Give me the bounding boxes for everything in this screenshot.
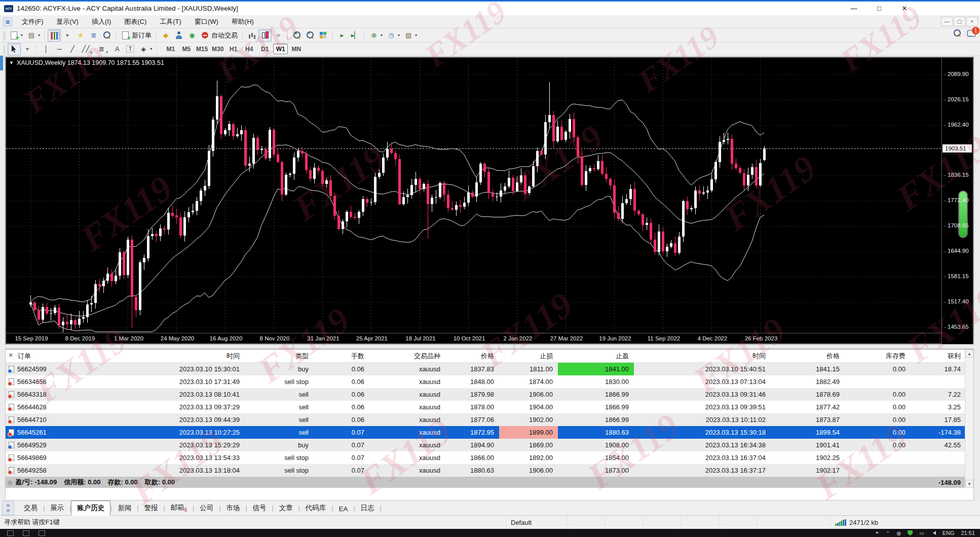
menu-item[interactable]: 显示(V) — [50, 16, 85, 28]
column-header-订单[interactable]: 订单 — [6, 352, 100, 361]
column-header-库存费[interactable]: 库存费 — [845, 352, 911, 361]
toolbar-grip[interactable] — [3, 31, 6, 40]
data-window-button[interactable] — [100, 29, 114, 42]
tab-EA[interactable]: EA — [333, 503, 353, 515]
history-row[interactable]: 566492582023.03.13 13:18:04sell stop0.07… — [6, 464, 966, 477]
dropdown-caret-icon[interactable]: ▾ — [38, 33, 40, 37]
column-header-时间[interactable]: 时间 — [634, 352, 771, 361]
history-row[interactable]: 566498692023.03.13 13:54:33sell stop0.07… — [6, 451, 966, 464]
candlestick-chart[interactable] — [6, 58, 941, 333]
dropdown-caret-icon[interactable]: ▾ — [415, 33, 417, 37]
timeframe-mn[interactable]: MN — [289, 44, 304, 54]
menu-item[interactable]: 插入(I) — [85, 16, 118, 28]
column-header-类型[interactable]: 类型 — [245, 352, 314, 361]
child-minimize-button[interactable]: — — [941, 17, 953, 26]
minimize-button[interactable]: — — [841, 2, 866, 15]
close-button[interactable]: ✕ — [892, 2, 917, 15]
timeframe-m30[interactable]: M30 — [210, 44, 225, 54]
cursor-button[interactable] — [8, 43, 21, 55]
menu-item[interactable]: 帮助(H) — [225, 16, 260, 28]
auto-scroll-button[interactable]: ▸ — [335, 29, 349, 42]
scroll-down-arrow[interactable]: ▼ — [965, 480, 973, 488]
maximize-button[interactable]: □ — [866, 2, 892, 15]
new-chart-button[interactable]: ▾ — [8, 29, 25, 42]
column-header-手数[interactable]: 手数 — [314, 352, 369, 361]
horizontal-line-button[interactable]: ─ — [53, 43, 66, 55]
tray-expand-icon[interactable]: ⌃ — [886, 530, 890, 536]
periods-menu-button[interactable]: ◷▾ — [385, 29, 402, 42]
dock-grip[interactable]: ▤▤ — [2, 501, 14, 515]
taskbar-app-icon[interactable] — [39, 530, 45, 536]
dropdown-caret-icon[interactable]: ▾ — [381, 33, 383, 37]
indicator-list-button[interactable]: ◆ — [159, 29, 172, 42]
tab-公司[interactable]: 公司 — [194, 501, 219, 515]
crosshair-mode-button[interactable]: + — [61, 29, 74, 42]
people-icon[interactable]: ꔹ — [875, 530, 879, 536]
history-row[interactable]: 566433182023.03.13 08:10:41sell0.06xauus… — [6, 388, 966, 401]
history-row[interactable]: 566447102023.03.13 09:44:39sell0.06xauus… — [6, 413, 966, 426]
monitor-icon[interactable]: ▭ — [919, 530, 924, 536]
line-chart-mode-button[interactable]: ≈ — [272, 29, 285, 42]
bar-chart-mode-button[interactable] — [245, 29, 258, 42]
tab-市场[interactable]: 市场 — [220, 501, 245, 515]
dropdown-caret-icon[interactable]: ▾ — [398, 33, 400, 37]
taskbar-app-icon[interactable] — [7, 530, 14, 536]
toolbar-grip[interactable] — [3, 45, 6, 54]
crosshair-tool-button[interactable]: + — [21, 43, 34, 55]
vertical-line-button[interactable]: │ — [40, 43, 53, 55]
tab-文章[interactable]: 文章 — [274, 501, 298, 515]
menu-item[interactable]: 工具(T) — [153, 16, 188, 28]
menu-item[interactable]: 文件(F) — [15, 16, 50, 28]
scroll-up-arrow[interactable]: ▲ — [965, 350, 973, 358]
zoom-out-button[interactable]: − — [304, 29, 317, 42]
column-header-止损[interactable]: 止损 — [499, 352, 558, 361]
dropdown-caret-icon[interactable]: ▾ — [21, 33, 23, 37]
equidistant-channel-button[interactable]: ╱╱E — [79, 43, 95, 55]
column-header-获利[interactable]: 获利 — [911, 352, 966, 361]
new-order-button[interactable]: 新订单 — [119, 29, 154, 42]
expert-advisors-button[interactable] — [172, 29, 185, 42]
arrows-tool-button[interactable]: ◈▾ — [137, 43, 154, 55]
auto-trading-button[interactable]: 自动交易 — [199, 29, 240, 42]
tab-日志[interactable]: 日志 — [355, 501, 380, 515]
chat-icon[interactable]: 1 — [967, 30, 976, 37]
column-header-止盈[interactable]: 止盈 — [558, 352, 634, 361]
taskbar-app-icon[interactable] — [23, 530, 29, 536]
trendline-button[interactable]: ╱ — [66, 43, 79, 55]
tab-交易[interactable]: 交易 — [18, 501, 43, 515]
timeframe-h1[interactable]: H1 — [226, 44, 241, 54]
column-header-价格[interactable]: 价格 — [771, 352, 845, 361]
history-row[interactable]: 566346562023.03.10 17:31:49sell stop0.06… — [6, 375, 966, 388]
history-row[interactable]: 566245992023.03.10 15:30:01buy0.06xauusd… — [6, 363, 966, 375]
timeframe-d1[interactable]: D1 — [257, 44, 272, 54]
indicators-menu-button[interactable]: ⊕▾ — [367, 29, 385, 42]
history-row[interactable]: 566446282023.03.13 09:37:29sell0.06xauus… — [6, 401, 966, 413]
timeframe-m5[interactable]: M5 — [179, 44, 194, 54]
timeframe-m1[interactable]: M1 — [163, 44, 178, 54]
speaker-icon[interactable] — [931, 531, 936, 535]
tab-代码库[interactable]: 代码库 — [300, 501, 332, 515]
tab-展示[interactable]: 展示 — [45, 501, 69, 515]
text-label-button[interactable]: T — [124, 43, 137, 55]
dropdown-caret-icon[interactable]: ▾ — [150, 47, 152, 51]
market-watch-button[interactable]: ≣ — [87, 29, 100, 42]
child-restore-button[interactable]: ▢ — [954, 17, 965, 26]
language-indicator[interactable]: ENG — [943, 530, 955, 536]
search-icon[interactable] — [953, 29, 962, 37]
tab-警报[interactable]: 警报 — [139, 501, 164, 515]
templates-menu-button[interactable]: ▧▾ — [402, 29, 419, 42]
chart-shift-button[interactable]: ▸▏ — [349, 29, 362, 42]
tab-邮箱[interactable]: 邮箱6 — [165, 501, 193, 515]
chevron-down-icon[interactable]: ▼ — [9, 60, 14, 65]
favorites-button[interactable]: ★ — [74, 29, 87, 42]
timeframe-w1[interactable]: W1 — [273, 44, 288, 54]
network-icon[interactable]: ◍ — [896, 530, 901, 536]
menu-item[interactable]: 图表(C) — [118, 16, 153, 28]
clock[interactable]: 21:51 — [961, 530, 975, 536]
timeframe-m15[interactable]: M15 — [195, 44, 209, 54]
history-row[interactable]: 566495292023.03.13 15:29:29buy0.07xauusd… — [6, 439, 966, 451]
timeframe-h4[interactable]: H4 — [242, 44, 256, 54]
candle-chart-mode-button[interactable] — [258, 29, 272, 42]
tab-信号[interactable]: 信号 — [247, 501, 272, 515]
chart-colors-button[interactable] — [48, 29, 61, 42]
